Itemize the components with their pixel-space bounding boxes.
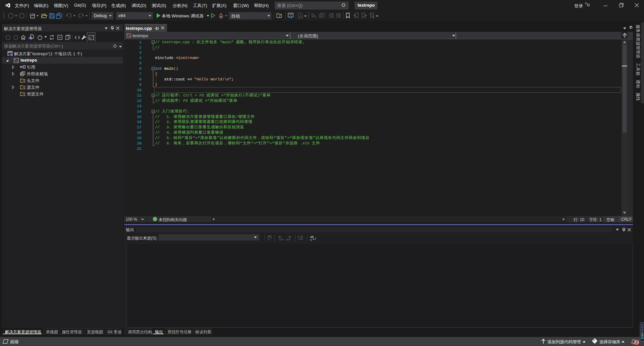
svg-text:c: c (310, 238, 312, 241)
